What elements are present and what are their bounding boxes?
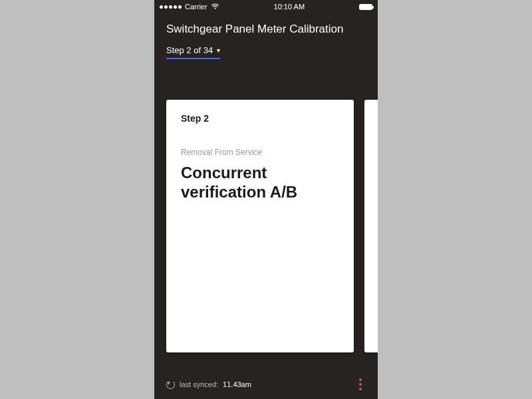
status-bar: Carrier 10:10 AM <box>154 0 378 13</box>
battery-icon <box>359 4 372 10</box>
signal-dots-icon <box>160 5 182 9</box>
wifi-icon <box>211 3 219 11</box>
sync-status: last synced: 11.43am <box>166 380 251 389</box>
sync-icon <box>166 380 175 389</box>
sync-time: 11.43am <box>223 380 251 388</box>
sync-label: last synced: <box>180 380 218 388</box>
more-dot-icon <box>359 383 362 386</box>
footer: last synced: 11.43am <box>154 370 378 399</box>
step-card[interactable]: Step 2 Removal From Service Concurrent v… <box>166 100 354 352</box>
more-button[interactable] <box>355 374 366 394</box>
chevron-down-icon: ▾ <box>217 47 220 54</box>
more-dot-icon <box>359 388 362 390</box>
card-section-label: Removal From Service <box>181 148 339 157</box>
card-step-label: Step 2 <box>181 113 339 124</box>
step-selector[interactable]: Step 2 of 34 ▾ <box>166 45 220 59</box>
more-dot-icon <box>359 378 362 381</box>
page-title: Switchgear Panel Meter Calibration <box>166 23 366 36</box>
status-bar-time: 10:10 AM <box>274 3 305 11</box>
step-card[interactable]: Ste Rem Di lea an de <box>364 100 378 352</box>
card-carousel[interactable]: Step 2 Removal From Service Concurrent v… <box>166 100 378 352</box>
status-bar-left: Carrier <box>160 3 219 11</box>
status-bar-right <box>359 4 372 10</box>
header: Switchgear Panel Meter Calibration Step … <box>154 13 378 66</box>
carrier-label: Carrier <box>185 3 207 11</box>
step-selector-label: Step 2 of 34 <box>166 45 213 55</box>
card-title: Concurrent verification A/B <box>181 164 339 202</box>
phone-screen: Carrier 10:10 AM Switchgear Panel Meter … <box>154 0 378 399</box>
